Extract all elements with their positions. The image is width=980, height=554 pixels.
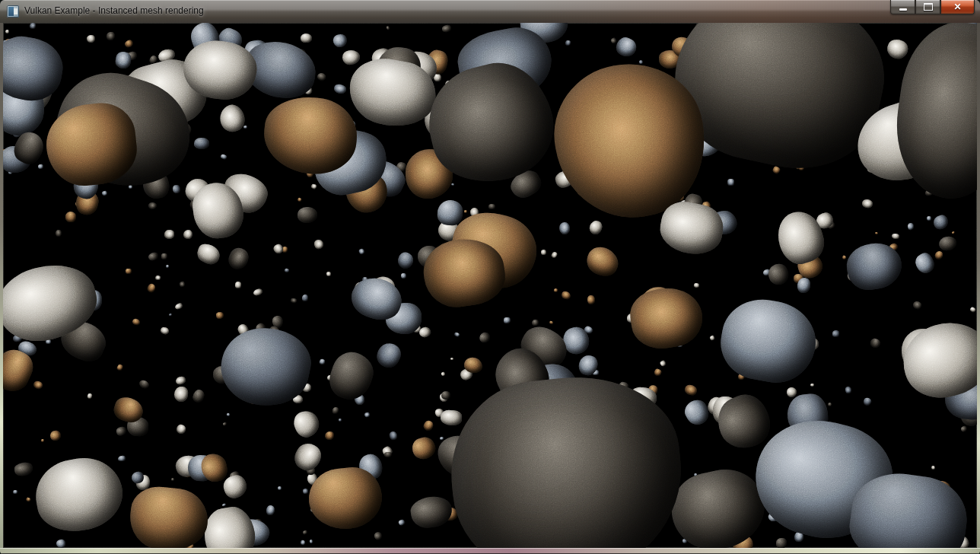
rock xyxy=(931,466,935,470)
rock xyxy=(171,183,181,194)
rock xyxy=(253,288,263,298)
rock xyxy=(138,379,151,390)
rock xyxy=(12,490,17,494)
maximize-button[interactable] xyxy=(915,0,940,14)
rock xyxy=(358,248,365,256)
rock xyxy=(464,210,467,213)
window-title: Vulkan Example - Instanced mesh renderin… xyxy=(24,0,204,23)
rock xyxy=(266,504,276,515)
rock xyxy=(874,232,878,235)
rock xyxy=(301,33,312,43)
rock xyxy=(155,275,161,281)
rock xyxy=(861,199,873,209)
render-viewport[interactable] xyxy=(3,23,977,548)
rock xyxy=(766,261,791,287)
rock xyxy=(409,494,453,530)
rock xyxy=(561,291,571,301)
rock xyxy=(176,423,187,435)
rock xyxy=(588,219,604,237)
rock xyxy=(316,72,327,82)
rock xyxy=(310,183,317,189)
rock xyxy=(216,102,248,135)
rock xyxy=(450,358,453,360)
rock xyxy=(29,23,37,29)
minimize-button[interactable] xyxy=(890,0,915,14)
rock xyxy=(400,272,406,279)
rock xyxy=(786,387,797,397)
minimize-icon xyxy=(899,8,907,11)
rock xyxy=(587,295,596,304)
rock xyxy=(342,49,361,65)
rock xyxy=(969,307,976,314)
rock xyxy=(398,518,406,526)
rock xyxy=(938,236,956,251)
rock xyxy=(614,35,640,60)
rock xyxy=(215,310,224,319)
rock xyxy=(559,221,571,234)
rock xyxy=(164,230,174,239)
rock xyxy=(657,198,727,258)
rock xyxy=(364,412,371,418)
rock xyxy=(183,230,193,239)
rock xyxy=(148,250,160,261)
rock xyxy=(127,484,211,548)
maximize-icon xyxy=(924,3,933,11)
rock xyxy=(565,40,571,46)
rock xyxy=(384,452,392,458)
rock xyxy=(396,250,417,271)
close-button[interactable]: ✕ xyxy=(940,0,975,14)
rock xyxy=(332,406,339,414)
rock xyxy=(101,190,107,196)
rock xyxy=(234,281,241,288)
rock xyxy=(504,317,511,324)
rock xyxy=(313,239,324,250)
rock xyxy=(870,338,881,349)
rock xyxy=(41,439,45,443)
rock xyxy=(221,473,250,500)
rock xyxy=(451,183,455,186)
application-icon xyxy=(7,5,19,18)
rock xyxy=(694,282,700,288)
rock xyxy=(175,375,186,385)
rock xyxy=(422,419,435,432)
rock xyxy=(302,488,308,494)
rock xyxy=(200,504,259,548)
window-frame-bottom xyxy=(0,548,980,554)
rock xyxy=(194,240,223,267)
rock xyxy=(681,396,713,428)
rock xyxy=(453,332,460,338)
rock xyxy=(225,245,251,272)
rock xyxy=(373,339,404,371)
rock xyxy=(49,430,62,442)
rock xyxy=(159,326,169,335)
rock xyxy=(243,126,247,129)
rock xyxy=(290,298,297,304)
rock xyxy=(298,207,318,224)
rock xyxy=(123,39,134,49)
rock xyxy=(610,37,617,44)
title-bar[interactable]: Vulkan Example - Instanced mesh renderin… xyxy=(0,0,980,23)
rock xyxy=(117,455,126,462)
vulkan-example-window: Vulkan Example - Instanced mesh renderin… xyxy=(0,0,980,554)
rock xyxy=(326,271,332,275)
window-controls: ✕ xyxy=(890,0,975,14)
rock xyxy=(727,179,733,186)
rock xyxy=(272,243,284,255)
rock xyxy=(194,138,209,149)
rock xyxy=(173,386,189,403)
rock xyxy=(832,330,841,338)
rock xyxy=(171,478,175,482)
rock xyxy=(842,255,847,260)
rock xyxy=(934,250,944,260)
rock xyxy=(582,242,623,281)
rock xyxy=(32,380,43,390)
rock xyxy=(179,282,186,288)
rock xyxy=(951,231,955,234)
rock xyxy=(221,503,225,507)
rock xyxy=(339,419,342,422)
rock xyxy=(932,214,950,231)
rock xyxy=(333,84,348,95)
rock xyxy=(300,540,305,545)
rock xyxy=(440,409,462,426)
rock xyxy=(223,422,228,426)
